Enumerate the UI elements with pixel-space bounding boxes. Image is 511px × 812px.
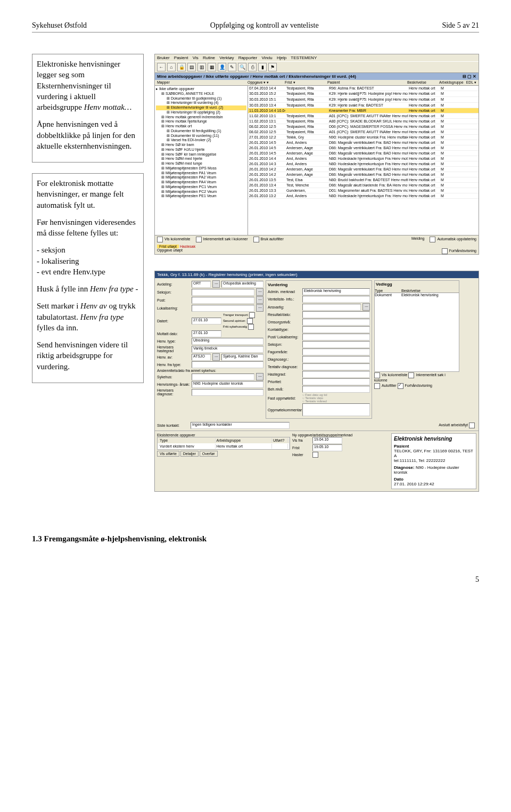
- task-row[interactable]: 27.01.2010 12:2Tekkk, GryN90: Hodepine c…: [248, 135, 479, 140]
- ktype-input[interactable]: [302, 326, 370, 333]
- tree-node[interactable]: ⊞ Miljøterapitjenesten PC1 Veum: [156, 185, 246, 190]
- komm-input[interactable]: [302, 403, 370, 416]
- visutforte-button[interactable]: Vis utførte: [157, 451, 179, 457]
- task-row[interactable]: 11.02.2010 13:1Testpasient, RitaA80 (ICP…: [248, 119, 479, 124]
- pri-input[interactable]: [302, 378, 370, 385]
- tree-node[interactable]: ⊞ Henv SØF kir barn innleggelse: [156, 152, 246, 157]
- search-icon[interactable]: 🔍: [238, 63, 246, 71]
- harsak-input[interactable]: N90: Hodepine cluster kronisk: [192, 381, 263, 388]
- chk-vis[interactable]: [374, 372, 380, 378]
- task-row[interactable]: 26.01.2010 14:3And, AndersN80: Hodeskade…: [248, 161, 479, 167]
- menu-vis[interactable]: Vis: [193, 55, 199, 60]
- task-row[interactable]: 30.03.2010 13:4Testpasient, RitaK29: Hje…: [248, 103, 479, 108]
- tree-node[interactable]: ⊞ Henvisninger til vurdering (4): [156, 101, 246, 105]
- lookup-icon[interactable]: ⋯: [256, 373, 263, 380]
- col-utf[interactable]: Utført?: [272, 438, 288, 443]
- task-row[interactable]: 26.01.2010 14:5Andersen, AageD86: Mageså…: [248, 151, 479, 156]
- person-icon[interactable]: 👤: [218, 63, 226, 71]
- ansvar-input[interactable]: [302, 304, 361, 311]
- visfra-input[interactable]: 19.04.10: [312, 437, 342, 444]
- tree-node[interactable]: ⊞ Varsel fra EDI-broker (2): [156, 138, 246, 143]
- arrow-back-icon[interactable]: ←: [157, 63, 166, 71]
- fritt-chk[interactable]: [248, 324, 254, 330]
- postlok-input[interactable]: [302, 334, 370, 340]
- henvtype-input[interactable]: Utredning: [192, 338, 263, 345]
- avdeling-code[interactable]: ORT: [192, 281, 211, 288]
- henvav-text[interactable]: Sjøborg, Katrine Dan: [221, 354, 263, 361]
- task-row[interactable]: 30.03.2010 15:2Testpasient, RitaK29: Hje…: [248, 91, 479, 97]
- col-frist[interactable]: Frist ▾: [285, 80, 327, 85]
- task-row[interactable]: 26.01.2010 13:3Gundersen,D01: Magesmerte…: [248, 188, 479, 193]
- edl-dropdown[interactable]: EDL ▾: [460, 80, 476, 85]
- print-icon[interactable]: ⎙: [248, 63, 257, 71]
- pencil-icon[interactable]: ✎: [228, 63, 236, 71]
- tree-node[interactable]: ⊞ Henv SØ kir barn: [156, 143, 246, 148]
- trenger-chk[interactable]: [249, 312, 255, 318]
- task-row[interactable]: 11.02.2010 13:1Testpasient, RitaA01 (ICP…: [248, 113, 479, 119]
- post-input[interactable]: [192, 297, 254, 304]
- beh-input[interactable]: [302, 386, 370, 393]
- tree-node[interactable]: ⊞ Eksternhenvisninger til vurd. (2): [156, 105, 246, 110]
- task-row[interactable]: 26.01.2010 14:2Andersen, AageD86: Mageså…: [248, 172, 479, 177]
- datert-input[interactable]: 27.01.10: [192, 318, 221, 324]
- flag-icon[interactable]: ⚑: [268, 63, 277, 71]
- henvav-code[interactable]: ATSJO: [192, 354, 211, 361]
- sykehus-input[interactable]: [192, 373, 254, 380]
- dgr-input[interactable]: [302, 356, 370, 363]
- detaljer-button[interactable]: Detaljer: [180, 451, 199, 457]
- tree-node[interactable]: ⊞ Dokumenter til godkjenning (1): [156, 96, 246, 101]
- task-row[interactable]: 26.01.2010 13:5Test, ElsaN80: Brudd bakh…: [248, 177, 479, 183]
- hgrad-input[interactable]: [302, 371, 370, 378]
- vedlegg-col-besk[interactable]: Beskrivelse: [401, 289, 459, 293]
- lock-icon[interactable]: 🔒: [177, 63, 186, 71]
- menu-pasient[interactable]: Pasient: [174, 55, 188, 60]
- calendar-icon[interactable]: ▦: [208, 63, 216, 71]
- task-row[interactable]: 26.01.2010 14:5And, AndersD86: Magesår v…: [248, 140, 479, 145]
- overfor-button[interactable]: Overfør: [200, 451, 218, 457]
- tree-node[interactable]: ⊞ Henv mottak hjerte/lunge: [156, 119, 246, 124]
- menu-hjelp[interactable]: Hjelp: [277, 55, 286, 60]
- tree-node[interactable]: ⊞ Henv mottak ort: [156, 124, 246, 129]
- result-input[interactable]: [302, 311, 370, 318]
- task-row[interactable]: 26.01.2010 14:5Andersen, AageD86: Mageså…: [248, 145, 479, 151]
- menu-rapporter[interactable]: Rapporter: [238, 55, 258, 60]
- folder-tree[interactable]: ▸ Ikke utførte oppgaver⊞ SJØBORG, ANNETT…: [155, 86, 248, 235]
- tree-node[interactable]: ⊞ Miljøterapitjenesten PA2 Veum: [156, 175, 246, 180]
- task-row[interactable]: 11.03.2010 14:4 10.04.10Knesmerter Fra: …: [248, 108, 479, 113]
- sheet-icon[interactable]: ▤: [187, 63, 196, 71]
- col-beskrivelse[interactable]: Beskrivelse: [407, 80, 439, 85]
- vl-input[interactable]: [302, 296, 370, 303]
- admin-input[interactable]: Elektronisk henvisning: [302, 288, 370, 295]
- menu-verktoy[interactable]: Verktøy: [219, 55, 234, 60]
- tree-node[interactable]: ⊞ Henv mottak generell indremedisin: [156, 115, 246, 120]
- menu-vindu[interactable]: Vindu: [261, 55, 272, 60]
- col-oppgave[interactable]: Oppgave ▾ ▾: [248, 80, 285, 85]
- lookup-icon[interactable]: ⋯: [256, 304, 263, 312]
- task-list[interactable]: 07.04.2010 14:4Testpasient, RitaR96: Ast…: [248, 86, 479, 235]
- seksjon-input[interactable]: [192, 289, 254, 296]
- tree-node[interactable]: ▸ Ikke utførte oppgaver: [156, 87, 246, 92]
- lookup-icon[interactable]: ⋯: [212, 353, 220, 361]
- tent-input[interactable]: [302, 363, 370, 370]
- lookup-icon[interactable]: ⋯: [212, 280, 220, 288]
- book-icon[interactable]: ▥: [197, 63, 206, 71]
- task-row[interactable]: 30.03.2010 15:1Testpasient, RitaK29: Hje…: [248, 97, 479, 103]
- haste-input[interactable]: Vanlig timebok: [192, 346, 263, 353]
- col-pasient[interactable]: Pasient: [327, 80, 407, 85]
- fast-radio-3[interactable]: Tentativ måned: [305, 400, 327, 403]
- tree-node[interactable]: ⊞ Henvisninger til oppfølging (2): [156, 110, 246, 115]
- tree-node[interactable]: ⊞ Henv SØM med hjerte: [156, 157, 246, 161]
- chk-forh[interactable]: [398, 383, 403, 389]
- chk-inkr[interactable]: [408, 372, 414, 378]
- house-icon[interactable]: ⌂: [167, 63, 176, 71]
- avslutt-chk[interactable]: [469, 423, 475, 428]
- barcode-icon[interactable]: ▮: [258, 63, 267, 71]
- second-chk[interactable]: [247, 318, 253, 324]
- tree-node[interactable]: ⊞ SJØBORG, ANNETTE HOLE: [156, 92, 246, 96]
- menubar[interactable]: Bruker Pasient Vis Rutine Verktøy Rappor…: [155, 54, 479, 61]
- tree-node[interactable]: ⊞ Miljøterapitjenesten DPS Moss: [156, 166, 246, 171]
- tree-node[interactable]: ⊞ Henv SØM med lunge: [156, 161, 246, 166]
- task-row[interactable]: 26.01.2010 13:2And, AndersN80: Hodeskade…: [248, 193, 479, 199]
- frist-input[interactable]: 19.05.10: [312, 444, 342, 451]
- oms-input[interactable]: [302, 319, 370, 326]
